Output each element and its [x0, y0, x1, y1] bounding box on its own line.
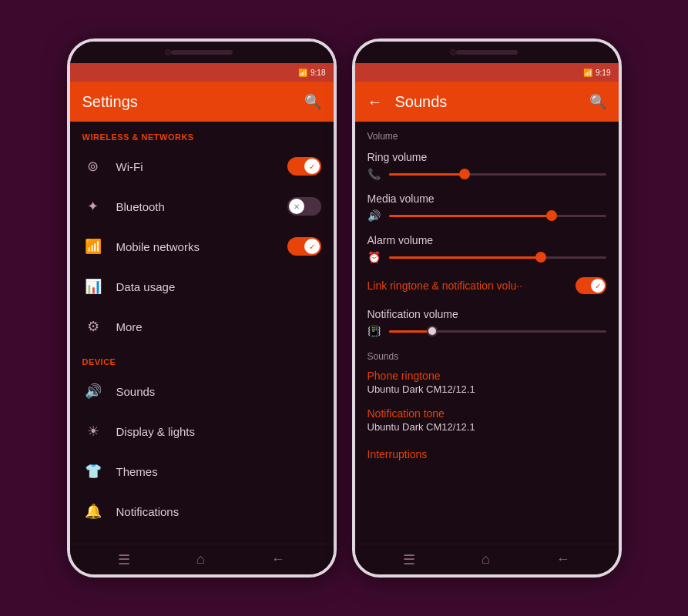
right-status-time: 9:19 [596, 69, 610, 77]
right-phone-top-bar [355, 42, 619, 63]
more-item[interactable]: ⚙ More [70, 306, 334, 346]
media-slider-thumb[interactable] [546, 210, 557, 221]
left-phone-content: WIRELESS & NETWORKS ⊚ Wi-Fi ✓ ✦ Bluetoot… [70, 122, 334, 544]
wifi-icon: ⊚ [82, 156, 104, 177]
media-slider-track[interactable] [389, 215, 606, 217]
phone-ringtone-item[interactable]: Phone ringtone Ubuntu Dark CM12/12.1 [355, 365, 619, 403]
device-label: DEVICE [70, 346, 334, 371]
display-lights-icon: ☀ [82, 420, 104, 442]
speaker-grille [171, 50, 233, 55]
menu-nav-icon[interactable]: ☰ [118, 551, 130, 568]
left-app-header: Settings 🔍 [70, 82, 334, 122]
alarm-volume-title: Alarm volume [367, 234, 606, 246]
wifi-toggle[interactable]: ✓ [287, 157, 321, 176]
interruptions-label[interactable]: Interruptions [355, 440, 619, 468]
themes-label: Themes [116, 465, 321, 478]
volume-section-label: Volume [355, 122, 619, 145]
left-phone: 📶 9:18 Settings 🔍 WIRELESS & NETWORKS ⊚ … [67, 38, 337, 578]
bluetooth-label: Bluetooth [116, 200, 275, 213]
sounds-content: Volume Ring volume 📞 Media volume 🔊 [355, 122, 619, 544]
back-button[interactable]: ← [367, 93, 383, 111]
notifications-item[interactable]: 🔔 Notifications [70, 491, 334, 531]
back-nav-icon[interactable]: ← [271, 551, 285, 567]
sounds-item[interactable]: 🔊 Sounds [70, 371, 334, 411]
alarm-slider-track[interactable] [389, 256, 606, 259]
notifications-icon: 🔔 [82, 500, 104, 522]
bluetooth-toggle[interactable]: ✕ [287, 197, 321, 216]
notif-tone-value: Ubuntu Dark CM12/12.1 [367, 421, 606, 433]
mobile-networks-label: Mobile networks [116, 240, 275, 253]
media-volume-item: Media volume 🔊 [355, 186, 619, 228]
home-nav-icon[interactable]: ⌂ [196, 551, 205, 567]
bluetooth-icon: ✦ [82, 196, 104, 217]
more-icon: ⚙ [82, 316, 104, 337]
wifi-toggle-thumb: ✓ [304, 159, 320, 174]
settings-title: Settings [82, 93, 304, 111]
link-toggle-thumb: ✓ [591, 279, 605, 293]
wireless-networks-label: WIRELESS & NETWORKS [70, 122, 334, 146]
left-status-bar: 📶 9:18 [70, 63, 334, 82]
media-volume-row: 🔊 [367, 209, 606, 222]
data-usage-label: Data usage [116, 280, 321, 293]
media-volume-title: Media volume [367, 192, 606, 205]
right-camera-dot [450, 49, 456, 55]
notifications-label: Notifications [116, 505, 321, 518]
alarm-volume-item: Alarm volume ⏰ [355, 228, 619, 270]
notif-tone-item[interactable]: Notification tone Ubuntu Dark CM12/12.1 [355, 403, 619, 440]
display-lights-item[interactable]: ☀ Display & lights [70, 411, 334, 451]
bluetooth-toggle-thumb: ✕ [289, 199, 304, 214]
wifi-item[interactable]: ⊚ Wi-Fi ✓ [70, 146, 334, 186]
alarm-slider-thumb[interactable] [535, 252, 546, 263]
right-menu-nav-icon[interactable]: ☰ [403, 551, 415, 568]
search-icon[interactable]: 🔍 [304, 93, 321, 110]
ring-volume-item: Ring volume 📞 [355, 145, 619, 186]
right-phone: 📶 9:19 ← Sounds 🔍 Volume Ring volume 📞 M… [352, 38, 622, 578]
ring-slider-fill [389, 173, 465, 176]
alarm-volume-row: ⏰ [367, 251, 606, 263]
ring-slider-track[interactable] [389, 173, 606, 176]
signal-icon: 📶 [298, 69, 307, 77]
themes-item[interactable]: 👕 Themes [70, 451, 334, 491]
notif-slider-thumb[interactable] [427, 326, 438, 336]
ring-volume-row: 📞 [367, 168, 606, 180]
media-vol-icon: 🔊 [367, 209, 383, 222]
sounds-app-header: ← Sounds 🔍 [355, 82, 619, 122]
alarm-vol-icon: ⏰ [367, 251, 383, 263]
ring-slider-thumb[interactable] [459, 169, 470, 179]
data-usage-item[interactable]: 📊 Data usage [70, 266, 334, 306]
link-ringtone-toggle[interactable]: ✓ [576, 277, 606, 294]
right-speaker-grille [456, 50, 518, 55]
themes-icon: 👕 [82, 460, 104, 482]
wifi-label: Wi-Fi [116, 160, 275, 173]
camera-dot [165, 49, 171, 55]
mobile-toggle-thumb: ✓ [304, 239, 320, 254]
left-nav-bar: ☰ ⌂ ← [70, 544, 334, 574]
media-slider-fill [389, 215, 552, 217]
notif-slider-track[interactable] [389, 330, 606, 333]
sounds-label: Sounds [116, 385, 321, 398]
bluetooth-item[interactable]: ✦ Bluetooth ✕ [70, 186, 334, 226]
mobile-networks-item[interactable]: 📶 Mobile networks ✓ [70, 226, 334, 266]
left-status-icons: 📶 9:18 [298, 69, 325, 77]
notif-volume-item: Notification volume 📳 [355, 302, 619, 343]
right-home-nav-icon[interactable]: ⌂ [482, 551, 490, 567]
notif-vol-icon: 📳 [367, 325, 383, 337]
notif-slider-fill [389, 330, 432, 333]
sounds-subsection-label: Sounds [355, 343, 619, 365]
display-lights-label: Display & lights [116, 425, 321, 438]
sounds-title: Sounds [395, 93, 589, 111]
ring-vol-icon: 📞 [367, 168, 383, 180]
data-usage-icon: 📊 [82, 276, 104, 297]
left-phone-top-bar [70, 42, 334, 63]
link-ringtone-label: Link ringtone & notification volu·· [367, 280, 569, 292]
right-back-nav-icon[interactable]: ← [556, 551, 570, 567]
notif-volume-title: Notification volume [367, 308, 606, 320]
right-status-icons: 📶 9:19 [583, 69, 610, 77]
mobile-toggle[interactable]: ✓ [287, 237, 321, 256]
ring-volume-title: Ring volume [367, 151, 606, 163]
sounds-icon: 🔊 [82, 380, 104, 402]
right-status-bar: 📶 9:19 [355, 63, 619, 82]
more-label: More [116, 320, 321, 333]
sounds-search-icon[interactable]: 🔍 [589, 93, 606, 110]
right-signal-icon: 📶 [583, 69, 592, 77]
